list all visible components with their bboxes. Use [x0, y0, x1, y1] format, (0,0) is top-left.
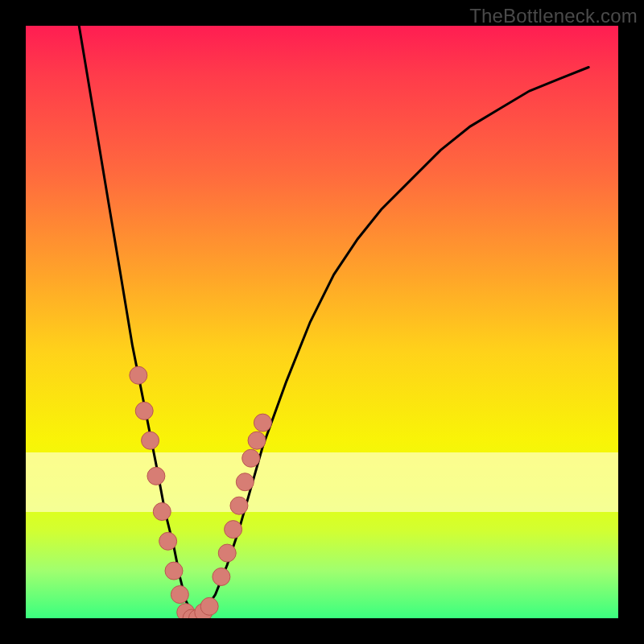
data-marker [254, 414, 271, 431]
data-marker [159, 532, 177, 550]
data-marker [242, 449, 260, 467]
data-marker [200, 597, 218, 615]
data-marker [248, 431, 266, 449]
data-marker [130, 366, 147, 384]
data-marker [225, 521, 242, 539]
watermark-text: TheBottleneck.com [469, 5, 638, 27]
data-marker [213, 568, 230, 585]
chart-svg [26, 26, 618, 618]
data-marker [230, 497, 248, 514]
bottleneck-curve [79, 26, 588, 618]
chart-plot-area [26, 26, 618, 618]
data-marker [142, 431, 159, 449]
chart-frame: TheBottleneck.com [0, 0, 644, 644]
data-marker [165, 562, 183, 580]
data-marker [147, 467, 165, 485]
data-marker [135, 402, 153, 419]
data-marker [153, 503, 171, 521]
data-marker [236, 473, 254, 491]
data-marker [171, 586, 188, 604]
data-marker [218, 544, 236, 562]
